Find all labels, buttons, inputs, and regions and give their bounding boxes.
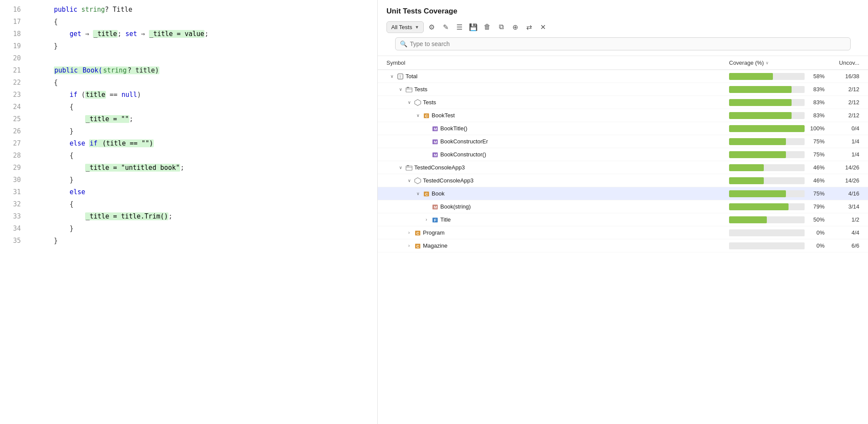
- symbol-name: Tests: [423, 99, 436, 106]
- row-uncov: 0/4: [825, 125, 859, 132]
- table-row[interactable]: MBookTitle()100%0/4: [378, 122, 868, 135]
- line-number: 35: [0, 235, 21, 247]
- symbol-name: BookTest: [432, 112, 455, 119]
- line-number: 28: [0, 149, 21, 162]
- table-row[interactable]: ∨TTotal58%16/38: [378, 70, 868, 83]
- swap-icon[interactable]: ⇄: [523, 21, 535, 33]
- row-uncov: 14/26: [825, 164, 859, 171]
- table-row[interactable]: ∨Tests83%2/12: [378, 83, 868, 96]
- all-tests-button[interactable]: All Tests ▼: [386, 21, 424, 33]
- row-coverage: 0%: [729, 242, 825, 249]
- code-line: {: [38, 76, 377, 89]
- table-row[interactable]: ∨TestedConsoleApp346%14/26: [378, 174, 868, 187]
- list-icon[interactable]: ☰: [453, 21, 465, 33]
- panel-toolbar: All Tests ▼ ⚙ ✎ ☰ 💾 🗑 ⧉ ⊕ ⇄ ✕: [386, 21, 859, 33]
- settings-icon[interactable]: ⚙: [426, 21, 438, 33]
- row-coverage: 100%: [729, 125, 825, 132]
- coverage-bar: [729, 138, 786, 145]
- line-numbers: 1617181920212223242526272829303132333435: [0, 3, 26, 424]
- coverage-table: Symbol Coverage (%) ∨ Uncov... ∨TTotal58…: [378, 56, 868, 424]
- row-coverage: 58%: [729, 73, 825, 80]
- row-coverage: 46%: [729, 164, 825, 171]
- coverage-pct: 83%: [808, 99, 825, 106]
- row-coverage: 75%: [729, 190, 825, 197]
- row-coverage: 83%: [729, 99, 825, 106]
- svg-rect-2: [406, 88, 412, 92]
- coverage-bar-wrap: [729, 177, 805, 184]
- expand-open-icon[interactable]: ∨: [406, 177, 413, 184]
- row-symbol: MBookConstructor(): [386, 151, 729, 158]
- line-number: 31: [0, 186, 21, 198]
- table-row[interactable]: ›CMagazine0%6/6: [378, 239, 868, 252]
- row-coverage: 0%: [729, 229, 825, 236]
- code-line: {: [38, 16, 377, 28]
- coverage-bar-wrap: [729, 229, 805, 236]
- expand-open-icon[interactable]: ∨: [388, 73, 395, 80]
- save-icon[interactable]: 💾: [467, 21, 479, 33]
- coverage-bar: [729, 190, 786, 197]
- svg-rect-14: [407, 165, 409, 166]
- table-row[interactable]: ∨CBook75%4/16: [378, 187, 868, 200]
- line-number: 19: [0, 40, 21, 52]
- row-uncov: 16/38: [825, 73, 859, 80]
- svg-text:M: M: [434, 127, 437, 131]
- row-symbol: ›CMagazine: [386, 242, 729, 249]
- coverage-bar: [729, 203, 789, 210]
- symbol-name: BookConstructor(): [440, 151, 486, 158]
- coverage-bar: [729, 86, 792, 93]
- code-line: {: [38, 149, 377, 162]
- row-symbol: ∨TTotal: [386, 73, 729, 80]
- expand-closed-icon[interactable]: ›: [406, 242, 413, 249]
- coverage-bar: [729, 151, 786, 158]
- table-row[interactable]: MBook(string)79%3/14: [378, 200, 868, 213]
- table-row[interactable]: MBookConstructorEr75%1/4: [378, 135, 868, 148]
- line-number: 17: [0, 16, 21, 28]
- add-icon[interactable]: ⊕: [509, 21, 521, 33]
- expand-closed-icon[interactable]: ›: [406, 229, 413, 236]
- line-number: 27: [0, 137, 21, 149]
- table-row[interactable]: MBookConstructor()75%1/4: [378, 148, 868, 161]
- delete-icon[interactable]: 🗑: [481, 21, 493, 33]
- edit-icon[interactable]: ✎: [439, 21, 452, 33]
- row-symbol: ∨Tests: [386, 99, 729, 106]
- row-coverage: 83%: [729, 112, 825, 119]
- copy-icon[interactable]: ⧉: [495, 21, 507, 33]
- coverage-bar-wrap: [729, 86, 805, 93]
- close-icon[interactable]: ✕: [537, 21, 549, 33]
- svg-text:C: C: [416, 244, 419, 248]
- coverage-bar: [729, 177, 764, 184]
- table-row[interactable]: ›FTitle50%1/2: [378, 213, 868, 226]
- symbol-name: Program: [423, 229, 445, 236]
- code-line: else: [38, 186, 377, 198]
- table-row[interactable]: ∨TestedConsoleApp346%14/26: [378, 161, 868, 174]
- svg-text:M: M: [434, 140, 437, 144]
- expand-open-icon[interactable]: ∨: [397, 86, 404, 93]
- coverage-panel: Unit Tests Coverage All Tests ▼ ⚙ ✎ ☰ 💾 …: [378, 0, 868, 424]
- row-uncov: 2/12: [825, 86, 859, 93]
- row-coverage: 83%: [729, 86, 825, 93]
- line-number: 24: [0, 101, 21, 113]
- search-input[interactable]: [410, 40, 846, 47]
- expand-open-icon[interactable]: ∨: [414, 190, 421, 197]
- search-bar: 🔍: [395, 37, 851, 50]
- tree-body: ∨TTotal58%16/38∨Tests83%2/12∨Tests83%2/1…: [378, 70, 868, 252]
- expand-open-icon[interactable]: ∨: [406, 99, 413, 106]
- row-uncov: 1/4: [825, 138, 859, 145]
- table-header: Symbol Coverage (%) ∨ Uncov...: [378, 56, 868, 70]
- col-uncov-header: Uncov...: [825, 60, 859, 66]
- table-row[interactable]: ∨CBookTest83%2/12: [378, 109, 868, 122]
- code-content: public string? Title { get ⇒ _title; set…: [36, 3, 377, 424]
- row-symbol: ∨Tests: [386, 86, 729, 93]
- coverage-bar-wrap: [729, 112, 805, 119]
- expand-open-icon[interactable]: ∨: [414, 112, 421, 119]
- all-tests-label: All Tests: [391, 24, 412, 30]
- coverage-bar-wrap: [729, 73, 805, 80]
- expand-closed-icon[interactable]: ›: [423, 216, 430, 223]
- field-icon: F: [432, 216, 439, 223]
- line-number: 29: [0, 162, 21, 174]
- table-row[interactable]: ›CProgram0%4/4: [378, 226, 868, 239]
- table-row[interactable]: ∨Tests83%2/12: [378, 96, 868, 109]
- expand-open-icon[interactable]: ∨: [397, 164, 404, 171]
- coverage-bar: [729, 216, 767, 223]
- coverage-bar: [729, 73, 773, 80]
